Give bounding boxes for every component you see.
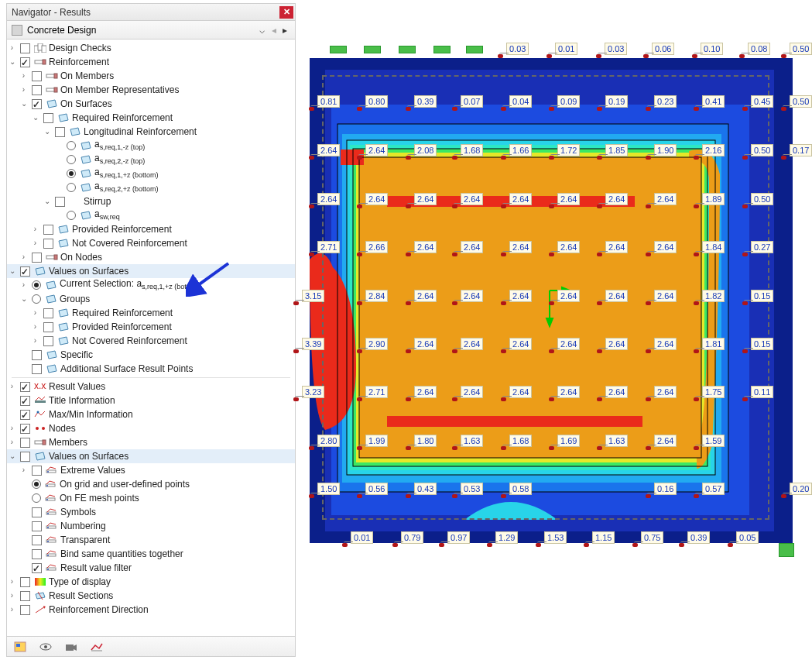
radio[interactable] xyxy=(67,211,76,220)
tree-item[interactable]: ·Additional Surface Result Points xyxy=(7,362,295,376)
checkbox[interactable] xyxy=(20,43,30,53)
surface-value[interactable]: 2.64 xyxy=(414,241,437,253)
tree-item[interactable]: ⌄Groups xyxy=(7,292,295,306)
tree-item[interactable]: ›On Member Representatives xyxy=(7,83,295,97)
checkbox[interactable] xyxy=(32,350,42,360)
surface-value[interactable]: 1.89 xyxy=(702,193,725,205)
tree-item[interactable]: ›Design Checks xyxy=(7,41,295,55)
surface-value[interactable]: 0.09 xyxy=(557,95,580,108)
surface-value[interactable]: 1.69 xyxy=(557,435,580,447)
surface-value[interactable]: 2.64 xyxy=(605,338,628,350)
surface-value[interactable]: 0.50 xyxy=(751,193,773,205)
tool-views[interactable] xyxy=(9,638,32,655)
surface-value[interactable]: 2.64 xyxy=(461,386,483,398)
surface-value[interactable]: 1.68 xyxy=(461,144,483,156)
tree-item[interactable]: ·Title Information xyxy=(7,394,295,407)
expand-icon[interactable]: › xyxy=(19,83,29,97)
surface-value[interactable]: 2.64 xyxy=(414,193,437,205)
surface-value[interactable]: 0.15 xyxy=(751,290,773,302)
surface-value[interactable]: 0.50 xyxy=(790,43,812,55)
expand-icon[interactable]: ⌄ xyxy=(19,97,29,111)
close-icon[interactable]: ✕ xyxy=(279,6,293,19)
panel-header[interactable]: Navigator - Results ✕ xyxy=(7,4,295,21)
radio[interactable] xyxy=(32,280,41,290)
surface-value[interactable]: 0.41 xyxy=(702,95,725,108)
tree-item[interactable]: ·Transparent xyxy=(7,533,295,547)
expand-icon[interactable]: › xyxy=(30,222,40,236)
expand-icon[interactable]: › xyxy=(7,589,17,603)
surface-value[interactable]: 2.64 xyxy=(557,241,580,253)
radio[interactable] xyxy=(32,480,41,489)
surface-value[interactable]: 0.50 xyxy=(751,144,773,156)
expand-icon[interactable]: ⌄ xyxy=(7,449,17,463)
navigator-tree[interactable]: ›Design Checks⌄Reinforcement›On Members›… xyxy=(7,40,295,636)
surface-value[interactable]: 1.29 xyxy=(495,531,518,544)
tree-item[interactable]: ›Reinforcement Direction xyxy=(7,603,295,617)
expand-icon[interactable]: ⌄ xyxy=(7,264,17,278)
expand-icon[interactable]: ⌄ xyxy=(42,194,52,208)
surface-value[interactable]: 1.85 xyxy=(605,144,628,156)
next-icon[interactable]: ▸ xyxy=(279,25,290,36)
surface-value[interactable]: 1.59 xyxy=(702,435,725,447)
checkbox[interactable] xyxy=(20,396,30,406)
tree-item[interactable]: ›Extreme Values xyxy=(7,463,295,477)
surface-value[interactable]: 0.50 xyxy=(790,95,812,108)
tool-eye[interactable] xyxy=(34,638,57,655)
surface-value[interactable]: 0.01 xyxy=(555,43,577,55)
checkbox[interactable] xyxy=(32,85,42,95)
surface-value[interactable]: 0.03 xyxy=(506,43,529,55)
checkbox[interactable] xyxy=(20,438,30,448)
tool-camera[interactable] xyxy=(60,638,83,655)
checkbox[interactable] xyxy=(43,239,53,249)
tree-item[interactable]: ·On FE mesh points xyxy=(7,491,295,505)
expand-icon[interactable]: ⌄ xyxy=(19,292,29,306)
surface-value[interactable]: 0.04 xyxy=(509,95,532,108)
prev-icon[interactable]: ◂ xyxy=(269,25,279,36)
surface-value[interactable]: 2.64 xyxy=(557,338,580,350)
checkbox[interactable] xyxy=(32,71,42,81)
expand-icon[interactable]: › xyxy=(7,421,17,435)
surface-value[interactable]: 2.64 xyxy=(461,290,483,302)
surface-value[interactable]: 3.23 xyxy=(302,386,324,398)
checkbox[interactable] xyxy=(32,563,42,573)
surface-value[interactable]: 2.64 xyxy=(557,193,580,205)
radio[interactable] xyxy=(32,294,41,304)
surface-value[interactable]: 0.11 xyxy=(751,386,773,398)
surface-value[interactable]: 3.15 xyxy=(302,290,324,302)
checkbox[interactable] xyxy=(32,507,42,517)
surface-value[interactable]: 0.19 xyxy=(605,95,628,108)
chevron-down-icon[interactable]: ⌵ xyxy=(255,25,269,36)
surface-value[interactable]: 2.90 xyxy=(365,338,388,350)
expand-icon[interactable]: › xyxy=(7,41,17,55)
tree-item[interactable]: ›Current Selection: as,req,1,+z (bottom) xyxy=(7,278,295,292)
tree-item[interactable]: ⌄Required Reinforcement xyxy=(7,111,295,125)
surface-value[interactable]: 2.64 xyxy=(414,290,437,302)
surface-value[interactable]: 0.06 xyxy=(652,43,674,55)
checkbox[interactable] xyxy=(32,535,42,545)
surface-value[interactable]: 2.84 xyxy=(365,290,388,302)
expand-icon[interactable]: › xyxy=(30,236,40,250)
surface-value[interactable]: 2.64 xyxy=(605,241,628,253)
expand-icon[interactable]: › xyxy=(19,278,29,292)
expand-icon[interactable]: › xyxy=(30,320,40,334)
surface-value[interactable]: 2.71 xyxy=(365,386,388,398)
tree-item[interactable]: ⌄Reinforcement xyxy=(7,55,295,69)
checkbox[interactable] xyxy=(55,127,65,137)
surface-value[interactable]: 2.64 xyxy=(365,144,388,156)
expand-icon[interactable]: ⌄ xyxy=(7,55,17,69)
checkbox[interactable] xyxy=(20,410,30,420)
surface-value[interactable]: 1.72 xyxy=(557,144,580,156)
radio[interactable] xyxy=(67,183,76,192)
tree-item[interactable]: ·Numbering xyxy=(7,519,295,533)
surface-value[interactable]: 0.43 xyxy=(414,483,437,495)
surface-value[interactable]: 0.75 xyxy=(641,531,663,544)
surface-value[interactable]: 2.80 xyxy=(317,435,340,447)
result-viewport[interactable]: 0.030.010.030.060.100.080.500.810.800.39… xyxy=(302,43,808,551)
surface-value[interactable]: 0.05 xyxy=(736,531,759,544)
tree-item[interactable]: ·as,req,2,+z (bottom) xyxy=(7,180,295,194)
tree-item[interactable]: ›Not Covered Reinforcement xyxy=(7,236,295,250)
tree-item[interactable]: ›Provided Reinforcement xyxy=(7,320,295,334)
tree-item[interactable]: ·On grid and user-defined points xyxy=(7,477,295,491)
tool-graph[interactable] xyxy=(85,638,108,655)
surface-value[interactable]: 0.20 xyxy=(790,483,812,495)
